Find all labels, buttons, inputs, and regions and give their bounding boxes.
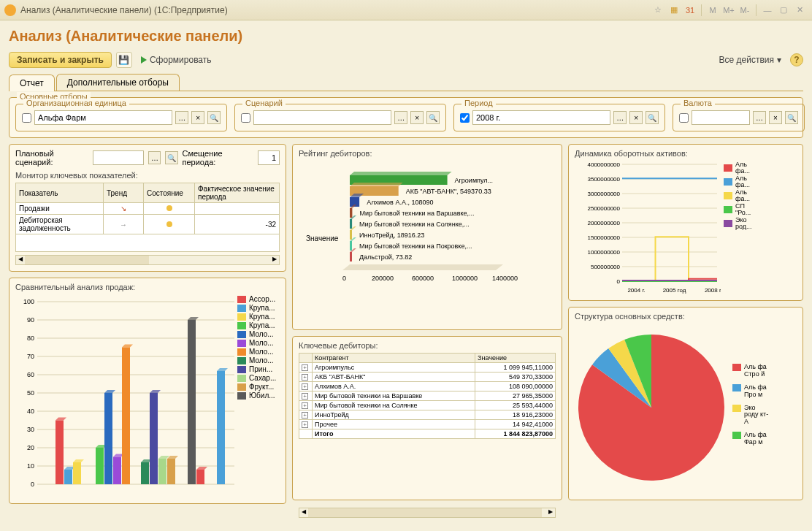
generate-button[interactable]: Сформировать (137, 53, 216, 66)
window-titlebar: Анализ (Аналитические панели) (1С:Предпр… (0, 0, 812, 20)
svg-text:500000000: 500000000 (591, 264, 621, 270)
svg-text:3500000000: 3500000000 (588, 176, 621, 183)
svg-text:1000000000: 1000000000 (588, 249, 621, 256)
fav-icon[interactable]: ☆ (651, 4, 664, 17)
svg-text:80: 80 (27, 335, 34, 342)
table-row[interactable]: +Прочее14 942,41000 (299, 420, 556, 429)
period-checkbox[interactable] (460, 113, 470, 123)
table-row: Продажи ↘ (16, 203, 280, 215)
legend-item: Фрукт... (237, 383, 276, 391)
legend-item: Ассор... (237, 295, 276, 303)
scenario-clear-icon[interactable]: × (410, 111, 424, 124)
table-row[interactable]: +АКБ "АВТ-БАНК"549 370,33000 (299, 373, 556, 382)
svg-rect-46 (196, 470, 204, 484)
svg-rect-66 (350, 230, 352, 240)
scenario-ellipsis-icon[interactable]: … (394, 111, 407, 124)
mem-plus-icon[interactable]: M+ (722, 4, 735, 17)
svg-text:2008 г.: 2008 г. (705, 287, 721, 294)
table-row[interactable]: +Агроимпульс1 099 945,11000 (299, 363, 556, 373)
svg-rect-24 (64, 470, 72, 484)
org-checkbox[interactable] (22, 113, 31, 123)
svg-marker-45 (188, 317, 199, 320)
currency-search-icon[interactable]: 🔍 (785, 111, 798, 124)
org-ellipsis-icon[interactable]: … (175, 111, 188, 124)
legend-item: Юбил... (237, 391, 276, 400)
dynamics-line-chart: 0500000000100000000015000000002000000000… (575, 161, 721, 296)
plan-search-icon[interactable]: 🔍 (165, 151, 177, 164)
legend-item: Моло... (237, 330, 276, 338)
org-input[interactable] (34, 110, 172, 125)
debitors-scrollbar[interactable]: ◀▶ (299, 508, 556, 518)
svg-text:600000: 600000 (412, 275, 434, 282)
legend-item: Аль фа... (724, 189, 757, 202)
svg-rect-30 (104, 393, 112, 484)
sales-legend: Ассор...Крупа...Крупа...Крупа...Моло...М… (237, 294, 276, 499)
period-clear-icon[interactable]: × (629, 111, 643, 124)
structure-panel: Структура основных средств: Аль фа Стро … (568, 307, 803, 500)
period-input[interactable] (472, 110, 610, 125)
legend-item: Аль фа... (724, 161, 757, 175)
all-actions-button[interactable]: Все действия ▾ (715, 53, 786, 66)
table-row[interactable]: +Мир бытовой техники на Солянке25 593,44… (299, 401, 556, 410)
debitors-panel: Ключевые дебиторы: Контрагент Значение +… (292, 336, 562, 500)
table-row[interactable]: +ИнноТрейд18 916,23000 (299, 410, 556, 420)
currency-clear-icon[interactable]: × (769, 111, 782, 124)
save-close-button[interactable]: Записать и закрыть (9, 52, 112, 68)
help-icon[interactable]: ? (790, 53, 803, 66)
tab-report[interactable]: Отчет (9, 75, 55, 91)
expand-icon[interactable]: + (302, 383, 308, 390)
expand-icon[interactable]: + (302, 393, 308, 400)
expand-icon[interactable]: + (302, 374, 308, 381)
svg-rect-38 (150, 393, 158, 484)
org-clear-icon[interactable]: × (191, 111, 204, 124)
calc-icon[interactable]: ▦ (667, 4, 681, 17)
svg-marker-49 (217, 368, 228, 371)
scenario-search-icon[interactable]: 🔍 (426, 111, 440, 124)
structure-legend: Аль фа Стро йАль фа Про мЭко роду кт-ААл… (732, 363, 769, 452)
filter-scenario: Сценарий … × 🔍 (234, 104, 446, 131)
plan-ellipsis-icon[interactable]: … (148, 151, 161, 164)
svg-marker-23 (55, 418, 66, 421)
currency-checkbox[interactable] (679, 113, 689, 123)
calendar-icon[interactable]: 31 (683, 4, 697, 17)
org-search-icon[interactable]: 🔍 (207, 111, 221, 124)
save-icon[interactable]: 💾 (116, 52, 132, 68)
dynamics-title: Динамика оборотных активов: (575, 149, 797, 158)
scenario-checkbox[interactable] (241, 113, 250, 123)
svg-marker-39 (150, 390, 161, 393)
svg-text:Алхимов А.А., 108090: Алхимов А.А., 108090 (367, 199, 433, 206)
offset-input[interactable] (258, 150, 280, 165)
trend-down-icon: ↘ (120, 205, 126, 213)
total-row: Итого1 844 823,87000 (299, 429, 556, 439)
plan-scenario-input[interactable] (93, 150, 144, 165)
svg-marker-52 (350, 172, 452, 175)
offset-label: Смещение периода: (183, 149, 254, 167)
expand-icon[interactable]: + (302, 402, 308, 409)
expand-icon[interactable]: + (302, 421, 308, 428)
expand-icon[interactable]: + (302, 412, 308, 419)
table-row[interactable]: +Алхимов А.А.108 090,00000 (299, 382, 556, 391)
svg-text:Дальстрой, 73.82: Дальстрой, 73.82 (359, 253, 412, 261)
period-search-icon[interactable]: 🔍 (646, 111, 659, 124)
kpi-scrollbar[interactable]: ◀▶ (15, 255, 280, 265)
minimize-icon[interactable]: — (761, 4, 774, 17)
mem-minus-icon[interactable]: M- (738, 4, 751, 17)
rating-panel: Рейтинг дебиторов: ЗначениеАгроимпул...А… (292, 144, 562, 330)
currency-ellipsis-icon[interactable]: … (753, 111, 766, 124)
structure-pie-chart (575, 324, 728, 492)
sales-bar-chart: 0102030405060708090100 (15, 294, 234, 499)
scenario-input[interactable] (253, 110, 391, 125)
period-ellipsis-icon[interactable]: … (613, 111, 627, 124)
sales-chart-panel: Сравнительный анализ продаж: 01020304050… (9, 278, 286, 504)
sales-chart-title: Сравнительный анализ продаж: (15, 283, 280, 291)
mem-m-icon[interactable]: M (706, 4, 719, 17)
currency-input[interactable] (692, 110, 750, 125)
maximize-icon[interactable]: ▢ (777, 4, 790, 17)
legend-item: Крупа... (237, 321, 276, 329)
close-icon[interactable]: ✕ (793, 4, 806, 17)
svg-text:100: 100 (23, 298, 34, 305)
table-row[interactable]: +Мир бытовой техники на Варшавке27 965,3… (299, 391, 556, 401)
tab-extra-filters[interactable]: Дополнительные отборы (56, 74, 180, 91)
svg-text:1400000: 1400000 (492, 275, 518, 282)
expand-icon[interactable]: + (302, 364, 308, 371)
